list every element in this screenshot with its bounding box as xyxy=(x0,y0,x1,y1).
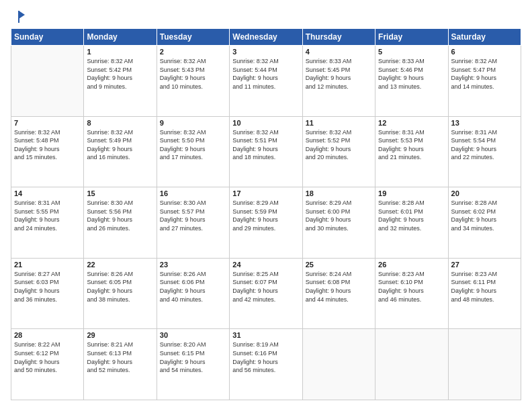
day-number: 10 xyxy=(232,119,299,127)
day-number: 14 xyxy=(14,189,81,197)
calendar-cell: 18Sunrise: 8:29 AMSunset: 6:00 PMDayligh… xyxy=(302,187,375,259)
day-number: 11 xyxy=(306,119,372,127)
calendar-cell xyxy=(375,329,448,400)
day-number: 21 xyxy=(14,261,81,269)
cell-content: Sunrise: 8:25 AMSunset: 6:07 PMDaylight:… xyxy=(232,270,299,304)
cell-content: Sunrise: 8:31 AMSunset: 5:54 PMDaylight:… xyxy=(451,128,518,162)
day-number: 22 xyxy=(87,261,153,269)
svg-marker-0 xyxy=(19,11,25,19)
cell-content: Sunrise: 8:24 AMSunset: 6:08 PMDaylight:… xyxy=(306,270,372,304)
cell-content: Sunrise: 8:32 AMSunset: 5:42 PMDaylight:… xyxy=(87,57,153,91)
cell-content: Sunrise: 8:33 AMSunset: 5:45 PMDaylight:… xyxy=(306,57,372,91)
calendar-cell: 2Sunrise: 8:32 AMSunset: 5:43 PMDaylight… xyxy=(157,46,229,117)
calendar-cell: 24Sunrise: 8:25 AMSunset: 6:07 PMDayligh… xyxy=(230,258,302,329)
day-number: 12 xyxy=(378,119,445,127)
calendar-cell: 21Sunrise: 8:27 AMSunset: 6:03 PMDayligh… xyxy=(11,258,84,329)
logo-flag-icon xyxy=(11,9,26,24)
cell-content: Sunrise: 8:30 AMSunset: 5:56 PMDaylight:… xyxy=(87,199,153,232)
calendar-cell: 31Sunrise: 8:19 AMSunset: 6:16 PMDayligh… xyxy=(230,329,302,400)
cell-content: Sunrise: 8:29 AMSunset: 5:59 PMDaylight:… xyxy=(232,199,299,232)
calendar-cell: 9Sunrise: 8:32 AMSunset: 5:50 PMDaylight… xyxy=(157,116,229,187)
day-number: 17 xyxy=(232,189,299,197)
logo xyxy=(11,11,26,21)
cell-content: Sunrise: 8:32 AMSunset: 5:43 PMDaylight:… xyxy=(160,57,226,91)
day-number: 18 xyxy=(306,189,372,197)
calendar-cell xyxy=(11,46,84,117)
cell-content: Sunrise: 8:26 AMSunset: 6:05 PMDaylight:… xyxy=(87,270,153,304)
calendar-table: SundayMondayTuesdayWednesdayThursdayFrid… xyxy=(11,28,521,400)
calendar-week-row: 21Sunrise: 8:27 AMSunset: 6:03 PMDayligh… xyxy=(11,258,521,329)
cell-content: Sunrise: 8:32 AMSunset: 5:50 PMDaylight:… xyxy=(160,128,226,162)
day-number: 15 xyxy=(87,189,153,197)
day-number: 1 xyxy=(87,48,153,56)
calendar-header-wednesday: Wednesday xyxy=(230,29,302,46)
cell-content: Sunrise: 8:32 AMSunset: 5:48 PMDaylight:… xyxy=(14,128,81,162)
calendar-cell xyxy=(302,329,375,400)
cell-content: Sunrise: 8:32 AMSunset: 5:44 PMDaylight:… xyxy=(232,57,299,91)
calendar-cell: 20Sunrise: 8:28 AMSunset: 6:02 PMDayligh… xyxy=(448,187,521,259)
calendar-cell: 29Sunrise: 8:21 AMSunset: 6:13 PMDayligh… xyxy=(84,329,157,400)
calendar-cell: 23Sunrise: 8:26 AMSunset: 6:06 PMDayligh… xyxy=(157,258,229,329)
calendar-cell: 4Sunrise: 8:33 AMSunset: 5:45 PMDaylight… xyxy=(302,46,375,117)
day-number: 27 xyxy=(451,261,518,269)
cell-content: Sunrise: 8:23 AMSunset: 6:11 PMDaylight:… xyxy=(451,270,518,304)
day-number: 30 xyxy=(160,331,226,339)
calendar-week-row: 1Sunrise: 8:32 AMSunset: 5:42 PMDaylight… xyxy=(11,46,521,117)
calendar-cell: 28Sunrise: 8:22 AMSunset: 6:12 PMDayligh… xyxy=(11,329,84,400)
cell-content: Sunrise: 8:30 AMSunset: 5:57 PMDaylight:… xyxy=(160,199,226,232)
calendar-header-saturday: Saturday xyxy=(448,29,521,46)
calendar-header-row: SundayMondayTuesdayWednesdayThursdayFrid… xyxy=(11,29,521,46)
cell-content: Sunrise: 8:31 AMSunset: 5:53 PMDaylight:… xyxy=(378,128,445,162)
day-number: 20 xyxy=(451,189,518,197)
cell-content: Sunrise: 8:28 AMSunset: 6:02 PMDaylight:… xyxy=(451,199,518,232)
day-number: 5 xyxy=(378,48,445,56)
cell-content: Sunrise: 8:31 AMSunset: 5:55 PMDaylight:… xyxy=(14,199,81,232)
calendar-header-tuesday: Tuesday xyxy=(157,29,229,46)
cell-content: Sunrise: 8:26 AMSunset: 6:06 PMDaylight:… xyxy=(160,270,226,304)
cell-content: Sunrise: 8:29 AMSunset: 6:00 PMDaylight:… xyxy=(306,199,372,232)
cell-content: Sunrise: 8:33 AMSunset: 5:46 PMDaylight:… xyxy=(378,57,445,91)
day-number: 6 xyxy=(451,48,518,56)
cell-content: Sunrise: 8:19 AMSunset: 6:16 PMDaylight:… xyxy=(232,340,299,374)
day-number: 29 xyxy=(87,331,153,339)
calendar-cell: 16Sunrise: 8:30 AMSunset: 5:57 PMDayligh… xyxy=(157,187,229,259)
calendar-cell: 30Sunrise: 8:20 AMSunset: 6:15 PMDayligh… xyxy=(157,329,229,400)
day-number: 28 xyxy=(14,331,81,339)
cell-content: Sunrise: 8:21 AMSunset: 6:13 PMDaylight:… xyxy=(87,340,153,374)
calendar-cell: 27Sunrise: 8:23 AMSunset: 6:11 PMDayligh… xyxy=(448,258,521,329)
calendar-cell: 3Sunrise: 8:32 AMSunset: 5:44 PMDaylight… xyxy=(230,46,302,117)
cell-content: Sunrise: 8:23 AMSunset: 6:10 PMDaylight:… xyxy=(378,270,445,304)
calendar-cell: 10Sunrise: 8:32 AMSunset: 5:51 PMDayligh… xyxy=(230,116,302,187)
calendar-cell: 12Sunrise: 8:31 AMSunset: 5:53 PMDayligh… xyxy=(375,116,448,187)
day-number: 31 xyxy=(232,331,299,339)
cell-content: Sunrise: 8:32 AMSunset: 5:52 PMDaylight:… xyxy=(306,128,372,162)
calendar-week-row: 7Sunrise: 8:32 AMSunset: 5:48 PMDaylight… xyxy=(11,116,521,187)
cell-content: Sunrise: 8:27 AMSunset: 6:03 PMDaylight:… xyxy=(14,270,81,304)
calendar-cell: 22Sunrise: 8:26 AMSunset: 6:05 PMDayligh… xyxy=(84,258,157,329)
header xyxy=(11,11,521,21)
day-number: 9 xyxy=(160,119,226,127)
cell-content: Sunrise: 8:32 AMSunset: 5:49 PMDaylight:… xyxy=(87,128,153,162)
calendar-cell xyxy=(448,329,521,400)
day-number: 23 xyxy=(160,261,226,269)
day-number: 2 xyxy=(160,48,226,56)
calendar-cell: 19Sunrise: 8:28 AMSunset: 6:01 PMDayligh… xyxy=(375,187,448,259)
day-number: 16 xyxy=(160,189,226,197)
cell-content: Sunrise: 8:20 AMSunset: 6:15 PMDaylight:… xyxy=(160,340,226,374)
calendar-cell: 26Sunrise: 8:23 AMSunset: 6:10 PMDayligh… xyxy=(375,258,448,329)
calendar-cell: 7Sunrise: 8:32 AMSunset: 5:48 PMDaylight… xyxy=(11,116,84,187)
day-number: 7 xyxy=(14,119,81,127)
day-number: 26 xyxy=(378,261,445,269)
calendar-header-monday: Monday xyxy=(84,29,157,46)
calendar-cell: 17Sunrise: 8:29 AMSunset: 5:59 PMDayligh… xyxy=(230,187,302,259)
calendar-cell: 8Sunrise: 8:32 AMSunset: 5:49 PMDaylight… xyxy=(84,116,157,187)
calendar-header-sunday: Sunday xyxy=(11,29,84,46)
cell-content: Sunrise: 8:32 AMSunset: 5:51 PMDaylight:… xyxy=(232,128,299,162)
day-number: 24 xyxy=(232,261,299,269)
day-number: 13 xyxy=(451,119,518,127)
day-number: 19 xyxy=(378,189,445,197)
day-number: 4 xyxy=(306,48,372,56)
day-number: 3 xyxy=(232,48,299,56)
calendar-week-row: 28Sunrise: 8:22 AMSunset: 6:12 PMDayligh… xyxy=(11,329,521,400)
calendar-cell: 15Sunrise: 8:30 AMSunset: 5:56 PMDayligh… xyxy=(84,187,157,259)
